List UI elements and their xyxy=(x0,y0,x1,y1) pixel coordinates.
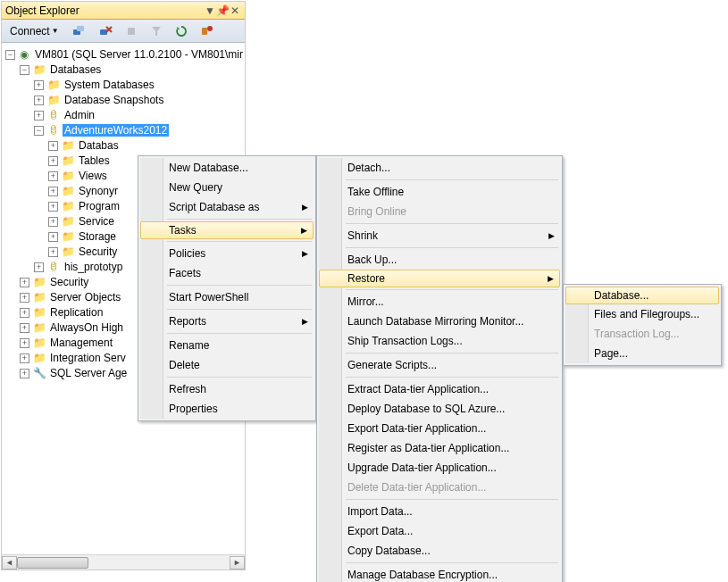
dropdown-icon[interactable]: ▼ xyxy=(204,4,216,17)
mi-delete[interactable]: Delete xyxy=(140,355,314,375)
connect-server-icon[interactable] xyxy=(67,21,90,41)
scroll-left-icon[interactable]: ◄ xyxy=(2,556,17,570)
collapse-icon[interactable]: − xyxy=(20,65,29,75)
expand-icon[interactable]: + xyxy=(34,111,44,121)
mi-shrink[interactable]: Shrink▶ xyxy=(319,226,560,245)
mi-restore[interactable]: Restore▶ xyxy=(319,270,560,287)
menu-separator xyxy=(346,562,558,563)
menu-separator xyxy=(167,241,312,242)
expand-icon[interactable]: + xyxy=(48,217,58,227)
expand-icon[interactable]: + xyxy=(34,96,44,105)
database-icon: 🛢 xyxy=(46,123,61,137)
mi-bring-online: Bring Online xyxy=(319,202,560,221)
expand-icon[interactable]: + xyxy=(48,156,58,166)
mi-extract-data-tier[interactable]: Extract Data-tier Application... xyxy=(319,379,560,399)
mi-reports[interactable]: Reports▶ xyxy=(140,312,314,331)
expand-icon[interactable]: + xyxy=(20,308,29,318)
mi-mirror[interactable]: Mirror... xyxy=(319,292,560,312)
menu-separator xyxy=(346,223,558,224)
mi-take-offline[interactable]: Take Offline xyxy=(319,182,560,202)
pin-icon[interactable]: 📌 xyxy=(216,4,229,17)
expand-icon[interactable]: + xyxy=(20,353,29,363)
disconnect-icon[interactable] xyxy=(94,21,117,41)
mi-new-query[interactable]: New Query xyxy=(140,178,314,197)
tree-databases-node[interactable]: − 📁 Databases xyxy=(2,62,245,77)
menu-separator xyxy=(167,333,312,334)
mi-copy-database[interactable]: Copy Database... xyxy=(319,541,560,561)
mi-restore-database[interactable]: Database... xyxy=(565,287,719,304)
mi-script-database-as[interactable]: Script Database as▶ xyxy=(140,197,314,217)
mi-export-data[interactable]: Export Data... xyxy=(319,521,560,541)
mi-upgrade-data-tier[interactable]: Upgrade Data-tier Application... xyxy=(319,458,560,478)
expand-icon[interactable]: + xyxy=(48,141,58,151)
mi-export-data-tier[interactable]: Export Data-tier Application... xyxy=(319,419,560,438)
selected-db-label: AdventureWorks2012 xyxy=(63,124,169,137)
mi-restore-files[interactable]: Files and Filegroups... xyxy=(565,304,719,324)
folder-icon: 📁 xyxy=(61,154,75,168)
tree-item[interactable]: +🛢Admin xyxy=(2,108,245,122)
expand-icon[interactable]: + xyxy=(20,293,29,303)
connect-button[interactable]: Connect ▼ xyxy=(5,22,63,40)
mi-rename[interactable]: Rename xyxy=(140,336,314,355)
mi-restore-transaction-log: Transaction Log... xyxy=(565,324,719,344)
mi-facets[interactable]: Facets xyxy=(140,263,314,283)
horizontal-scrollbar[interactable]: ◄ ► xyxy=(2,554,245,570)
tree-item-selected[interactable]: −🛢AdventureWorks2012 xyxy=(2,123,245,137)
expand-icon[interactable]: + xyxy=(20,278,29,287)
scroll-right-icon[interactable]: ► xyxy=(230,556,245,570)
mi-generate-scripts[interactable]: Generate Scripts... xyxy=(319,355,560,375)
folder-icon: 📁 xyxy=(32,305,46,320)
expand-icon[interactable]: + xyxy=(34,262,44,272)
mi-properties[interactable]: Properties xyxy=(140,399,314,419)
folder-icon: 📁 xyxy=(46,78,61,92)
mi-launch-mirroring-monitor[interactable]: Launch Database Mirroring Monitor... xyxy=(319,312,560,331)
close-icon[interactable]: ✕ xyxy=(229,4,241,17)
mi-deploy-azure[interactable]: Deploy Database to SQL Azure... xyxy=(319,399,560,419)
scroll-track[interactable] xyxy=(17,556,230,570)
filter-icon[interactable] xyxy=(146,22,167,40)
expand-icon[interactable]: + xyxy=(20,369,29,378)
tree-server-node[interactable]: − ◉ VM801 (SQL Server 11.0.2100 - VM801\… xyxy=(2,47,245,62)
mi-policies[interactable]: Policies▶ xyxy=(140,244,314,263)
expand-icon[interactable]: + xyxy=(48,187,58,196)
mi-ship-transaction-logs[interactable]: Ship Transaction Logs... xyxy=(319,331,560,351)
collapse-icon[interactable]: − xyxy=(5,50,15,60)
mi-register-data-tier[interactable]: Register as Data-tier Application... xyxy=(319,438,560,458)
svg-rect-3 xyxy=(128,28,135,35)
expand-icon[interactable]: + xyxy=(20,323,29,333)
expand-icon[interactable]: + xyxy=(48,202,58,212)
expand-icon[interactable]: + xyxy=(48,232,58,242)
expand-icon[interactable]: + xyxy=(48,171,58,181)
mi-delete-data-tier: Delete Data-tier Application... xyxy=(319,478,560,497)
expand-icon[interactable]: + xyxy=(48,247,58,257)
mi-tasks[interactable]: Tasks▶ xyxy=(140,221,314,239)
mi-refresh[interactable]: Refresh xyxy=(140,379,314,399)
scroll-thumb[interactable] xyxy=(17,557,88,569)
folder-icon: 📁 xyxy=(61,184,75,198)
stop-icon[interactable] xyxy=(121,22,142,40)
refresh-icon[interactable] xyxy=(171,22,192,40)
expand-icon[interactable]: + xyxy=(20,338,29,348)
tree-item[interactable]: +📁Database Snapshots xyxy=(2,93,245,107)
mi-restore-page[interactable]: Page... xyxy=(565,344,719,363)
mi-detach[interactable]: Detach... xyxy=(319,158,560,178)
mi-import-data[interactable]: Import Data... xyxy=(319,502,560,521)
collapse-icon[interactable]: − xyxy=(34,126,44,136)
submenu-arrow-icon: ▶ xyxy=(302,203,308,212)
folder-icon: 📁 xyxy=(32,275,46,289)
expand-icon[interactable]: + xyxy=(34,80,44,90)
mi-start-powershell[interactable]: Start PowerShell xyxy=(140,287,314,307)
mi-manage-encryption[interactable]: Manage Database Encryption... xyxy=(319,565,560,582)
mi-back-up[interactable]: Back Up... xyxy=(319,250,560,270)
tree-item[interactable]: +📁System Databases xyxy=(2,78,245,92)
menu-separator xyxy=(167,219,312,220)
folder-icon: 📁 xyxy=(61,245,75,259)
mi-new-database[interactable]: New Database... xyxy=(140,158,314,178)
toolbar: Connect ▼ xyxy=(2,20,245,43)
panel-titlebar: Object Explorer ▼ 📌 ✕ xyxy=(2,2,245,20)
tree-item[interactable]: +📁Databas xyxy=(2,138,245,153)
menu-separator xyxy=(346,247,558,248)
panel-title-text: Object Explorer xyxy=(5,4,204,17)
registered-servers-icon[interactable] xyxy=(196,21,219,41)
submenu-arrow-icon: ▶ xyxy=(302,249,308,258)
